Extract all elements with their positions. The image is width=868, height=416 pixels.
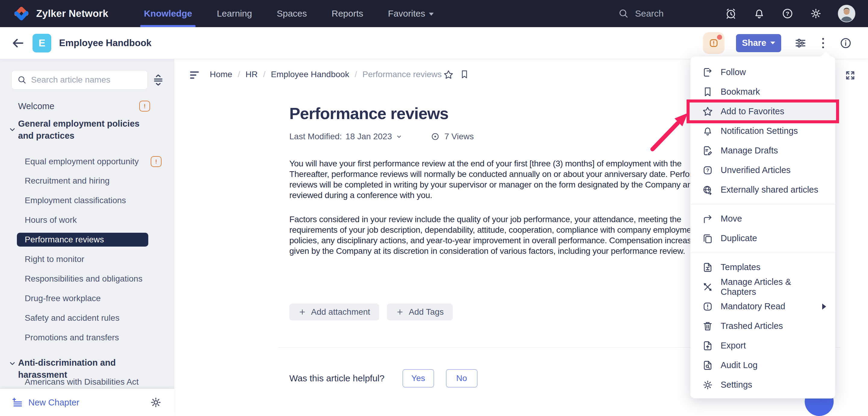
add-attachment-button[interactable]: Add attachment — [289, 303, 379, 321]
document-actions: Share — [703, 32, 852, 54]
breadcrumb-home[interactable]: Home — [210, 67, 232, 82]
globe-share-icon — [702, 184, 713, 196]
menu-item-duplicate[interactable]: Duplicate — [690, 229, 835, 248]
add-tags-button[interactable]: Add Tags — [387, 303, 453, 321]
tab-reports[interactable]: Reports — [332, 0, 363, 27]
menu-divider — [690, 204, 835, 204]
display-settings-icon[interactable] — [794, 36, 807, 50]
tab-learning[interactable]: Learning — [217, 0, 252, 27]
menu-item-templates[interactable]: Templates — [690, 258, 835, 277]
feedback-question: Was this article helpful? — [289, 373, 384, 383]
add-chapter-icon — [11, 396, 24, 409]
chevron-down-icon — [770, 41, 775, 44]
menu-item-trashed-articles[interactable]: Trashed Articles — [690, 316, 835, 336]
menu-item-follow[interactable]: Follow — [690, 62, 835, 82]
bookmark-icon[interactable] — [459, 69, 470, 80]
favorite-star-icon[interactable] — [443, 69, 454, 80]
back-arrow-icon[interactable] — [10, 35, 26, 51]
menu-divider — [690, 252, 835, 253]
svg-text:?: ? — [706, 168, 709, 173]
global-search[interactable]: Search — [618, 8, 664, 19]
user-avatar[interactable] — [838, 5, 855, 22]
menu-item-externally-shared[interactable]: Externally shared articles — [690, 180, 835, 200]
feedback-yes-button[interactable]: Yes — [403, 369, 434, 387]
search-icon — [17, 75, 27, 85]
menu-item-unverified-articles[interactable]: ? Unverified Articles — [690, 160, 835, 180]
article-sidebar: Welcome General employment policies and … — [0, 59, 174, 416]
workspace-badge[interactable]: E — [33, 34, 51, 53]
search-input[interactable] — [31, 75, 142, 85]
fullscreen-expand-icon[interactable] — [844, 70, 856, 81]
menu-item-move[interactable]: Move — [690, 209, 835, 229]
sidebar-item-recruitment[interactable]: Recruitment and hiring — [25, 175, 110, 187]
view-count: 7 Views — [430, 132, 474, 141]
article-line: Thereafter, performance reviews will nor… — [289, 169, 717, 179]
sidebar-item-hours-of-work[interactable]: Hours of work — [25, 214, 77, 226]
new-chapter-button[interactable]: New Chapter — [11, 396, 79, 409]
warning-icon — [708, 38, 719, 49]
breadcrumb-employee-handbook[interactable]: Employee Handbook — [271, 67, 349, 82]
menu-item-manage-articles-chapters[interactable]: Manage Articles & Chapters — [690, 277, 835, 297]
audit-log-icon — [702, 360, 713, 371]
submenu-arrow-icon — [822, 303, 826, 309]
views-icon — [430, 132, 440, 141]
notifications-bell-icon[interactable] — [753, 7, 766, 20]
sidebar-footer: New Chapter — [0, 389, 174, 416]
menu-item-bookmark[interactable]: Bookmark — [690, 82, 835, 101]
sidebar-item-employment-classifications[interactable]: Employment classifications — [25, 195, 126, 207]
chevron-down-icon[interactable] — [396, 133, 403, 140]
sidebar-item-performance-reviews-selected[interactable]: Performance reviews — [17, 233, 148, 246]
mandatory-icon — [702, 301, 713, 312]
article-line: You will have your first performance rev… — [289, 158, 717, 169]
info-icon[interactable] — [839, 36, 852, 50]
tab-knowledge[interactable]: Knowledge — [144, 0, 192, 27]
mandatory-badge-icon — [139, 101, 150, 112]
breadcrumb-separator: / — [263, 67, 266, 82]
menu-item-mandatory-read[interactable]: Mandatory Read — [690, 297, 835, 316]
collapse-expand-all-icon[interactable] — [152, 74, 164, 87]
sidebar-settings-gear-icon[interactable] — [150, 396, 162, 409]
sidebar-chapter-general-employment[interactable]: General employment policies and practice… — [18, 118, 154, 142]
article-search-box[interactable] — [11, 70, 148, 90]
chevron-down-icon[interactable] — [8, 360, 16, 367]
sidebar-item-equal-employment[interactable]: Equal employment opportunity — [25, 155, 138, 168]
table-of-contents-icon[interactable] — [189, 69, 201, 81]
sidebar-item-promotions[interactable]: Promotions and transfers — [25, 332, 119, 344]
mandatory-alert-button[interactable] — [703, 32, 724, 54]
settings-gear-icon[interactable] — [809, 7, 822, 20]
feedback-row: Was this article helpful? Yes No — [289, 369, 477, 387]
article-line: requirements of your job description, de… — [289, 225, 700, 235]
feedback-no-button[interactable]: No — [446, 369, 477, 387]
sidebar-item-safety[interactable]: Safety and accident rules — [25, 312, 119, 324]
trash-icon — [702, 321, 713, 332]
more-options-kebab-button[interactable] — [820, 36, 827, 50]
article-title: Performance reviews — [289, 104, 448, 123]
article-paragraph: You will have your first performance rev… — [289, 158, 717, 201]
brand[interactable]: Zylker Network — [13, 5, 108, 22]
menu-item-export[interactable]: Export — [690, 336, 835, 355]
share-button[interactable]: Share — [736, 34, 781, 52]
breadcrumb-hr[interactable]: HR — [245, 67, 257, 82]
chevron-down-icon[interactable] — [8, 126, 16, 133]
alert-dot — [717, 35, 722, 40]
sidebar-item-drug-free[interactable]: Drug-free workplace — [25, 292, 101, 304]
sidebar-item-right-to-monitor[interactable]: Right to monitor — [25, 253, 84, 265]
duplicate-icon — [702, 233, 713, 244]
sidebar-item-ada[interactable]: Americans with Disabilities Act — [25, 376, 138, 388]
menu-item-add-to-favorites[interactable]: Add to Favorites — [690, 101, 835, 121]
help-icon[interactable]: ? — [781, 7, 794, 20]
sidebar-item-welcome[interactable]: Welcome — [18, 99, 54, 113]
plus-icon — [396, 308, 404, 316]
last-modified-date[interactable]: 18 Jan 2023 — [345, 132, 392, 141]
breadcrumb-separator: / — [238, 67, 240, 82]
menu-item-notification-settings[interactable]: Notification Settings — [690, 121, 835, 141]
breadcrumb-separator: / — [355, 67, 357, 82]
menu-item-manage-drafts[interactable]: Manage Drafts — [690, 141, 835, 160]
tab-favorites[interactable]: Favorites — [388, 0, 433, 27]
sidebar-item-responsibilities[interactable]: Responsibilities and obligations — [25, 273, 143, 285]
alarm-icon[interactable] — [724, 7, 737, 20]
menu-item-settings[interactable]: Settings — [690, 375, 835, 395]
brand-name: Zylker Network — [36, 8, 108, 19]
tab-spaces[interactable]: Spaces — [277, 0, 307, 27]
menu-item-audit-log[interactable]: Audit Log — [690, 355, 835, 375]
